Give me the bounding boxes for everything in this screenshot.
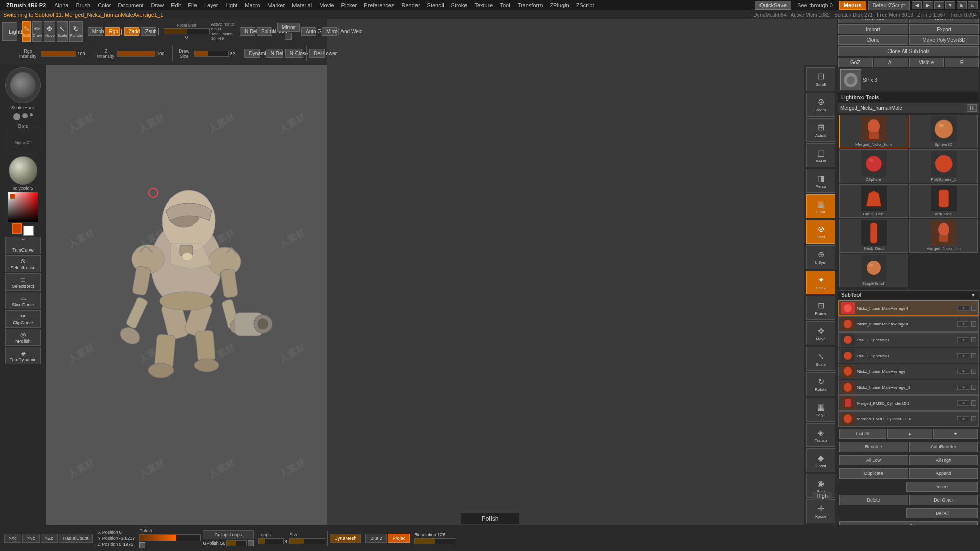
subtool-toggle-2[interactable]: 👁 xyxy=(957,321,969,327)
mrob-button[interactable]: Mrob xyxy=(88,27,103,36)
floor-button[interactable]: ▦ Floor xyxy=(806,194,835,218)
actual-button[interactable]: ⊞ Actual xyxy=(806,118,835,142)
tool-thumb-polysphere1[interactable]: PolySphere_1 xyxy=(909,149,978,183)
gpolish-slider[interactable] xyxy=(226,540,247,546)
menu-file[interactable]: File xyxy=(185,1,200,9)
menu-marker[interactable]: Marker xyxy=(264,1,288,9)
menus-button[interactable]: Menus xyxy=(839,1,866,10)
subtool-section-header[interactable]: SubTool ▼ xyxy=(838,290,979,299)
subtool-item-8[interactable]: Merged_FM3D_Cylinder3D1a 👁 xyxy=(838,411,979,427)
size-slider[interactable] xyxy=(289,538,325,544)
zoom-button[interactable]: ⊕ Zoom xyxy=(806,93,835,117)
menu-transform[interactable]: Transform xyxy=(514,1,546,9)
delete-button[interactable]: Delete xyxy=(839,495,908,505)
subtool-toggle-8[interactable]: 👁 xyxy=(957,416,969,421)
draw-size-slider[interactable] xyxy=(194,51,229,57)
auto-reorder-button[interactable]: AutoReorder xyxy=(909,442,978,452)
mirror-toggle[interactable] xyxy=(285,33,292,40)
background-color[interactable] xyxy=(23,226,34,236)
mirror-weld-toggle[interactable] xyxy=(338,28,339,35)
menu-render[interactable]: Render xyxy=(398,1,423,9)
menu-edit[interactable]: Edit xyxy=(168,1,184,9)
menu-color[interactable]: Color xyxy=(94,1,114,9)
move-button[interactable]: ✥ Move xyxy=(44,21,55,42)
transp-button[interactable]: ◈ Transp xyxy=(806,423,835,447)
menu-zscript[interactable]: ZScript xyxy=(573,1,597,9)
make-polymesh3d-button[interactable]: Make PolyMesh3D xyxy=(909,35,979,45)
aahlf-button[interactable]: ◫ AAHlf xyxy=(806,143,835,167)
tool-thumb-neck-deci[interactable]: Neck_Deci xyxy=(839,219,908,253)
r-mesh-button[interactable]: R xyxy=(967,104,977,112)
icon-btn-1[interactable]: ◀ xyxy=(912,1,922,9)
sxyz-button[interactable]: ✦ SXY2 xyxy=(806,271,835,295)
clip-curve-tool[interactable]: ✂ ClipCurve xyxy=(5,310,41,328)
menu-brush[interactable]: Brush xyxy=(72,1,93,9)
menu-draw[interactable]: Draw xyxy=(148,1,167,9)
scale-button[interactable]: ⤡ Scale xyxy=(57,21,68,42)
blur-button[interactable]: Blur 2 xyxy=(365,534,387,543)
scroll-button[interactable]: ⊡ Scroll xyxy=(806,67,835,91)
projec-button[interactable]: Projec xyxy=(388,534,410,543)
select-lasso-tool[interactable]: ⊚ SelectLasso xyxy=(5,255,41,272)
subtool-item-2[interactable]: Nickz_humanMaleAverage4 👁 xyxy=(838,316,979,332)
quicksave-button[interactable]: QuickSave xyxy=(755,1,791,10)
dynamesh-button[interactable]: DynaMesh xyxy=(330,534,361,543)
lightbox-button[interactable]: LightBox xyxy=(2,22,17,41)
tool-thumb-sphere3d[interactable]: Sphere3D xyxy=(909,115,978,148)
xc-button[interactable]: >Xc xyxy=(4,534,21,543)
move-view-button[interactable]: ✥ Move xyxy=(806,321,835,345)
menu-stroke[interactable]: Stroke xyxy=(448,1,471,9)
subtool-vis-7[interactable] xyxy=(971,400,976,406)
tool-thumb-merged-nickz2[interactable]: Merged_Nickz_hm xyxy=(909,219,978,253)
auto-groups-button[interactable]: Auto Groups xyxy=(301,27,316,36)
menu-texture[interactable]: Texture xyxy=(471,1,496,9)
draw-button[interactable]: ✏ Draw xyxy=(32,21,43,42)
icon-btn-3[interactable]: ▲ xyxy=(934,1,944,9)
persp-button[interactable]: ◨ Persp xyxy=(806,169,835,193)
ghost-button[interactable]: ◆ Ghost xyxy=(806,448,835,472)
lsym-button[interactable]: ⊕ L Sym xyxy=(806,245,835,269)
del-hidden-button[interactable]: N Del Hidden xyxy=(240,27,255,36)
subtool-item-7[interactable]: Merged_PM3D_Cylinder3D1 👁 xyxy=(838,395,979,411)
trim-dynamic-tool[interactable]: ◈ TrimDynamic xyxy=(5,347,41,364)
subtool-vis-4[interactable] xyxy=(971,353,976,358)
menu-macro[interactable]: Macro xyxy=(241,1,263,9)
subtool-vis-5[interactable] xyxy=(971,369,976,374)
dynamic-button[interactable]: Dynamic xyxy=(244,49,260,58)
clone-button[interactable]: Clone xyxy=(838,35,908,45)
loops-slider[interactable] xyxy=(258,538,284,544)
down-arrow-button[interactable]: ▼ xyxy=(933,429,978,439)
menu-document[interactable]: Document xyxy=(115,1,146,9)
tool-thumb-merged-nickz[interactable]: Merged_Nickz_hum xyxy=(839,115,908,148)
subtool-vis-3[interactable] xyxy=(971,337,976,342)
menu-material[interactable]: Material xyxy=(289,1,315,9)
edit-button[interactable]: ✎ Edit xyxy=(22,21,31,42)
tool-thumb-simplebrush[interactable]: SimpleBrush xyxy=(839,254,908,287)
lightbox-tools-header[interactable]: Lightbox› Tools xyxy=(838,93,979,102)
subtool-vis-2[interactable] xyxy=(971,321,976,327)
subtool-item-1[interactable]: Nickz_humanMaleAverage4 👁 xyxy=(838,300,979,316)
tool-thumb-zsphere[interactable]: ZSphere xyxy=(839,149,908,183)
clone-all-subtools-button[interactable]: Clone All SubTools xyxy=(838,46,979,56)
slice-curve-tool[interactable]: ⌓ SliceCurve xyxy=(5,292,41,309)
rgb-intensity-slider[interactable] xyxy=(41,51,76,57)
npolish-tool[interactable]: ◎ hPolish xyxy=(5,329,41,346)
color-picker[interactable] xyxy=(8,192,38,222)
groups-loops-button[interactable]: GroupsLoops xyxy=(203,530,254,539)
icon-btn-5[interactable]: ⊞ xyxy=(957,1,967,9)
polish-slider[interactable] xyxy=(139,534,201,541)
xpose-button[interactable]: ✛ Xpose xyxy=(806,499,835,523)
mirror-button[interactable]: Mirror xyxy=(277,23,300,32)
menu-light[interactable]: Light xyxy=(222,1,240,9)
split-hidden-button[interactable]: Split Hidden xyxy=(257,27,272,36)
menu-layer[interactable]: Layer xyxy=(201,1,222,9)
all-high-button[interactable]: All High xyxy=(909,455,978,465)
subtool-vis-1[interactable] xyxy=(971,306,976,311)
del-hidden2-button[interactable]: N Del Hidden xyxy=(266,49,283,58)
radial-count-button[interactable]: RadialCount xyxy=(59,534,93,543)
mirror-weld-button[interactable]: Mirror And Weld xyxy=(322,27,337,36)
subtool-item-3[interactable]: PM3D_Sphere3D 👁 xyxy=(838,332,979,347)
select-rect-tool[interactable]: □ SelectRect xyxy=(5,273,41,291)
duplicate-button[interactable]: Duplicate xyxy=(839,468,908,479)
menu-alpha[interactable]: Alpha xyxy=(51,1,71,9)
